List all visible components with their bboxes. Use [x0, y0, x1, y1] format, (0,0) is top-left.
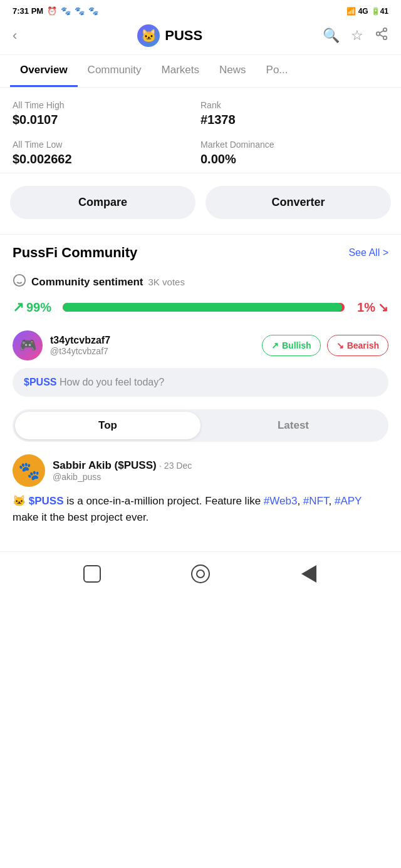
author-handle: @t34ytcvbzaf7: [50, 346, 110, 356]
author-avatar: 🎮: [13, 330, 43, 360]
svg-line-3: [380, 34, 383, 37]
game-icon-3: 🐾: [88, 6, 98, 16]
tab-markets[interactable]: Markets: [152, 55, 209, 87]
post-comma-1: ,: [297, 495, 303, 507]
recents-button[interactable]: [190, 563, 211, 585]
tab-bar: Overview Community Markets News Po...: [0, 55, 401, 88]
author-name: t34ytcvbzaf7: [50, 335, 110, 346]
post-input-ticker: $PUSS: [24, 377, 56, 387]
sentiment-icon: [13, 273, 26, 290]
bearish-button[interactable]: ↘ Bearish: [327, 335, 388, 356]
post-text-2: make it the best project ever.: [13, 511, 148, 523]
square-icon: [83, 565, 101, 583]
post-author-row: 🎮 t34ytcvbzaf7 @t34ytcvbzaf7 ↗ Bullish ↘…: [0, 330, 401, 368]
post-nft: #NFT: [303, 495, 329, 507]
post-card: 🐾 Sabbir Akib ($PUSS) · 23 Dec @akib_pus…: [0, 454, 401, 536]
status-time: 7:31 PM: [13, 6, 43, 16]
stat-all-time-high: All Time High $0.0107: [13, 100, 200, 127]
tab-community[interactable]: Community: [78, 55, 152, 87]
post-web3: #Web3: [264, 495, 298, 507]
sentiment-text: Community sentiment: [31, 276, 143, 288]
post-author-details: Sabbir Akib ($PUSS) · 23 Dec @akib_puss: [53, 459, 192, 482]
network-type: 4G: [358, 7, 368, 16]
stat-rank: Rank #1378: [200, 100, 388, 127]
latest-button[interactable]: Latest: [200, 412, 386, 439]
tab-more[interactable]: Po...: [256, 55, 298, 87]
share-icon[interactable]: [375, 27, 388, 44]
coin-title: 🐱 PUSS: [137, 24, 202, 47]
back-triangle-icon: [301, 565, 316, 583]
bottom-nav: [0, 551, 401, 600]
search-icon[interactable]: 🔍: [323, 28, 340, 44]
home-button[interactable]: [81, 563, 103, 585]
tab-overview[interactable]: Overview: [10, 55, 78, 87]
author-info: t34ytcvbzaf7 @t34ytcvbzaf7: [50, 335, 110, 356]
author-left: 🎮 t34ytcvbzaf7 @t34ytcvbzaf7: [13, 330, 110, 360]
nav-actions: 🔍 ☆: [323, 27, 388, 44]
circle-icon: [191, 564, 210, 583]
coin-icon: 🐱: [137, 24, 160, 47]
post-author-name: Sabbir Akib ($PUSS): [53, 459, 157, 471]
bullish-btn-arrow: ↗: [271, 340, 279, 350]
bearish-btn-arrow: ↘: [336, 340, 344, 350]
bearish-percentage: 1% ↘: [351, 300, 388, 315]
compare-button[interactable]: Compare: [10, 186, 195, 219]
converter-button[interactable]: Converter: [206, 186, 391, 219]
back-nav-button[interactable]: [298, 563, 320, 585]
coin-name: PUSS: [165, 28, 202, 44]
back-button[interactable]: ‹: [13, 28, 17, 44]
post-ticker: $PUSS: [29, 495, 64, 507]
svg-line-4: [380, 31, 383, 33]
post-comma-2: ,: [328, 495, 334, 507]
stat-all-time-low: All Time Low $0.002662: [13, 140, 200, 166]
post-apy: #APY: [335, 495, 362, 507]
top-latest-toggle: Top Latest: [13, 409, 388, 442]
status-bar: 7:31 PM ⏰ 🐾 🐾 🐾 📶 4G 🔋41: [0, 0, 401, 19]
top-nav: ‹ 🐱 PUSS 🔍 ☆: [0, 19, 401, 55]
community-section-header: PussFi Community See All >: [0, 235, 401, 273]
see-all-button[interactable]: See All >: [348, 247, 388, 258]
bullish-percentage: ↗ 99%: [13, 299, 56, 315]
game-icon-2: 🐾: [75, 6, 85, 16]
bullish-arrow-icon: ↗: [13, 299, 24, 315]
stat-market-dominance: Market Dominance 0.00%: [200, 140, 388, 166]
post-input-row: $PUSS How do you feel today?: [0, 368, 401, 409]
votes-count: 3K votes: [148, 277, 185, 287]
post-emoji: 🐱: [13, 495, 29, 507]
post-body: 🐱 $PUSS is a once-in-a-million project. …: [13, 493, 388, 526]
post-input-field[interactable]: $PUSS How do you feel today?: [13, 368, 388, 397]
post-author-name-date: Sabbir Akib ($PUSS) · 23 Dec: [53, 459, 192, 472]
sentiment-bar-fill: [63, 303, 342, 312]
community-title: PussFi Community: [13, 245, 137, 261]
top-button[interactable]: Top: [15, 412, 200, 439]
post-input-placeholder: How do you feel today?: [60, 377, 164, 387]
post-handle: @akib_puss: [53, 472, 192, 482]
vote-buttons: ↗ Bullish ↘ Bearish: [262, 335, 388, 356]
battery-icon: 🔋41: [371, 7, 388, 16]
alarm-icon: ⏰: [47, 6, 57, 16]
sentiment-bar: [63, 303, 345, 312]
post-text-1: is a once-in-a-million project. Feature …: [63, 495, 263, 507]
game-icon-1: 🐾: [61, 6, 71, 16]
sentiment-bar-row: ↗ 99% 1% ↘: [0, 299, 401, 330]
tab-news[interactable]: News: [209, 55, 256, 87]
post-header: 🐾 Sabbir Akib ($PUSS) · 23 Dec @akib_pus…: [13, 454, 388, 487]
post-avatar: 🐾: [13, 454, 45, 487]
bearish-arrow-icon: ↘: [378, 300, 388, 315]
star-icon[interactable]: ☆: [351, 28, 363, 44]
bullish-button[interactable]: ↗ Bullish: [262, 335, 321, 356]
signal-bars: 📶: [346, 7, 356, 16]
stats-grid: All Time High $0.0107 Rank #1378 All Tim…: [0, 88, 401, 173]
sentiment-label-row: Community sentiment 3K votes: [0, 273, 401, 299]
post-date: · 23 Dec: [159, 461, 192, 471]
action-buttons: Compare Converter: [0, 173, 401, 234]
